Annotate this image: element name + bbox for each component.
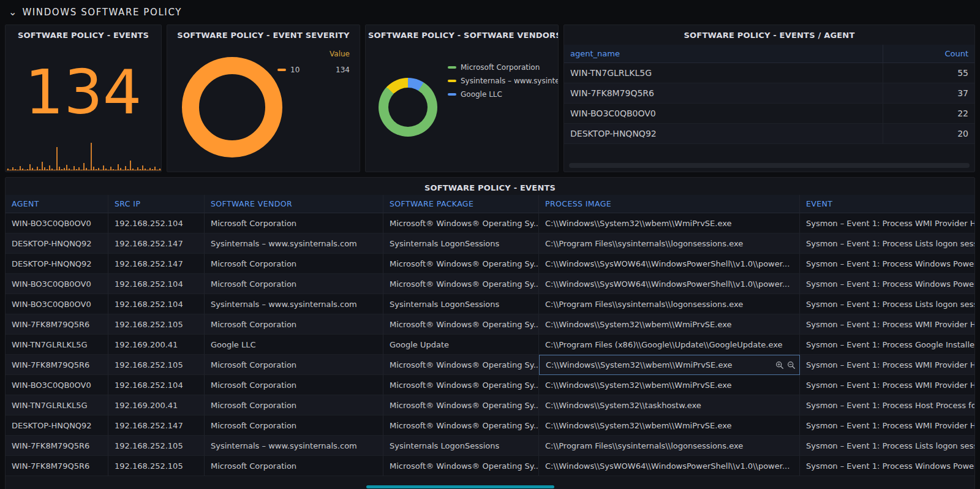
table-cell: WIN-7FK8M79Q5R6 <box>6 314 108 335</box>
table-cell: Microsoft® Windows® Operating Sy... <box>383 375 539 395</box>
column-header[interactable]: PROCESS IMAGE <box>539 195 800 213</box>
table-cell: Sysmon – Event 1: Process Windows PowerS <box>800 274 974 294</box>
table-cell: C:\\Program Files\\sysinternals\\logonse… <box>539 294 800 314</box>
table-cell: Microsoft Corporation <box>205 355 383 375</box>
column-header[interactable]: SRC IP <box>108 195 205 213</box>
table-cell: 192.168.252.105 <box>108 436 205 456</box>
table-cell: C:\\Windows\\SysWOW64\\WindowsPowerShell… <box>539 274 800 294</box>
panel-title[interactable]: SOFTWARE POLICY - EVENTS <box>6 178 974 195</box>
agent-table-header: agent_name Count <box>564 45 974 63</box>
magnifier-minus-icon[interactable] <box>787 361 796 370</box>
dashboard-header: ⌄ WINDOWS SOFTWARE POLICY <box>0 0 980 25</box>
table-cell: DESKTOP-HNQNQ92 <box>6 415 108 436</box>
magnifier-plus-icon[interactable] <box>775 361 784 370</box>
legend-header[interactable]: Value <box>277 50 350 63</box>
stat-value: 134 <box>6 62 161 123</box>
panel-events-per-agent: SOFTWARE POLICY - EVENTS / AGENT agent_n… <box>564 25 975 172</box>
table-cell: Sysmon – Event 1: Process Lists logon se… <box>800 233 974 254</box>
table-cell: Sysmon – Event 1: Process WMI Provider H… <box>800 213 974 233</box>
column-header[interactable]: SOFTWARE VENDOR <box>205 195 383 213</box>
table-cell: Microsoft® Windows® Operating Sy... <box>383 456 539 476</box>
table-cell: Microsoft Corporation <box>205 274 383 294</box>
table-cell: C:\\Program Files\\sysinternals\\logonse… <box>539 436 800 456</box>
legend-value: 134 <box>336 66 350 74</box>
table-cell: 192.168.252.104 <box>108 213 205 233</box>
table-cell: 192.168.252.104 <box>108 294 205 314</box>
table-cell: Microsoft® Windows® Operating Sy... <box>383 314 539 335</box>
table-row[interactable]: WIN-BO3C0QB0OV022 <box>564 104 974 124</box>
legend-swatch <box>448 66 456 69</box>
legend-label: 10 <box>290 66 300 74</box>
dashboard-row-toggle[interactable]: ⌄ WINDOWS SOFTWARE POLICY <box>9 7 182 18</box>
column-header-agent-name[interactable]: agent_name <box>564 45 883 63</box>
panel-software-vendors: SOFTWARE POLICY - SOFTWARE VENDORS Micro… <box>365 25 559 172</box>
events-table: AGENTSRC IPSOFTWARE VENDORSOFTWARE PACKA… <box>6 195 974 476</box>
legend-item[interactable]: Google LLC <box>448 88 559 101</box>
agent-name-cell: DESKTOP-HNQNQ92 <box>564 124 883 143</box>
table-cell: Sysinternals – www.sysinternals.com <box>205 233 383 254</box>
table-cell: Google LLC <box>205 335 383 355</box>
panel-title[interactable]: SOFTWARE POLICY - EVENTS / AGENT <box>564 25 974 42</box>
table-cell: Microsoft Corporation <box>205 213 383 233</box>
table-cell: Sysinternals – www.sysinternals.com <box>205 436 383 456</box>
legend-swatch <box>277 69 286 71</box>
table-cell: C:\\Windows\\System32\\wbem\\WmiPrvSE.ex… <box>539 375 800 395</box>
table-cell: Sysinternals LogonSessions <box>383 294 539 314</box>
table-cell: Microsoft® Windows® Operating Sy... <box>383 213 539 233</box>
sparkline-chart <box>7 141 161 170</box>
column-header[interactable]: SOFTWARE PACKAGE <box>383 195 539 213</box>
table-cell: WIN-BO3C0QB0OV0 <box>6 294 108 314</box>
table-cell: Sysmon – Event 1: Process WMI Provider H… <box>800 314 974 335</box>
table-cell: Sysmon – Event 1: Process Host Process f… <box>800 395 974 415</box>
table-cell: Sysinternals LogonSessions <box>383 436 539 456</box>
severity-donut-chart <box>182 57 282 157</box>
table-cell: 192.169.200.41 <box>108 395 205 415</box>
cell-text: C:\\Windows\\System32\\wbem\\WmiPrvSE.ex… <box>546 360 772 370</box>
table-cell: Microsoft Corporation <box>205 314 383 335</box>
table-cell: C:\\Windows\\System32\\taskhostw.exe <box>539 395 800 415</box>
count-cell: 22 <box>883 104 974 123</box>
table-cell: Sysmon – Event 1: Process Windows Power.… <box>800 456 974 476</box>
table-row[interactable]: DESKTOP-HNQNQ9220 <box>564 124 974 144</box>
legend-item[interactable]: Microsoft Corporation <box>448 61 559 74</box>
agent-table-body: WIN-TN7GLRLKL5G55WIN-7FK8M79Q5R637WIN-BO… <box>564 63 974 144</box>
table-row[interactable]: WIN-7FK8M79Q5R637 <box>564 83 974 104</box>
table-cell: 192.168.252.105 <box>108 456 205 476</box>
table-cell: 192.168.252.104 <box>108 375 205 395</box>
column-header-count[interactable]: Count <box>883 45 974 63</box>
table-cell: C:\\Windows\\SysWOW64\\WindowsPowerShell… <box>539 456 800 476</box>
table-cell: Sysmon – Event 1: Process WMI Provider H… <box>800 375 974 395</box>
table-cell: Microsoft Corporation <box>205 395 383 415</box>
column-header[interactable]: EVENT <box>800 195 974 213</box>
table-cell: C:\\Windows\\SysWOW64\\WindowsPowerShell… <box>539 254 800 274</box>
count-cell: 37 <box>883 83 974 103</box>
agent-name-cell: WIN-7FK8M79Q5R6 <box>564 83 883 103</box>
table-cell: Sysmon – Event 1: Process Lists logon se… <box>800 294 974 314</box>
table-cell: C:\\Program Files\\sysinternals\\logonse… <box>539 233 800 254</box>
column-header[interactable]: AGENT <box>6 195 108 213</box>
vendors-donut-chart <box>379 78 437 137</box>
horizontal-scrollbar-thumb[interactable] <box>366 485 554 488</box>
legend-label: Microsoft Corporation <box>461 63 540 72</box>
table-cell: Microsoft® Windows® Operating Sy... <box>383 274 539 294</box>
legend-swatch <box>448 93 456 96</box>
table-cell: DESKTOP-HNQNQ92 <box>6 254 108 274</box>
panel-title[interactable]: SOFTWARE POLICY - EVENTS <box>6 25 161 42</box>
table-cell: Google Update <box>383 335 539 355</box>
donut-hole <box>388 88 428 127</box>
panel-title[interactable]: SOFTWARE POLICY - SOFTWARE VENDORS <box>366 25 558 42</box>
table-cell: Sysinternals LogonSessions <box>383 233 539 254</box>
agent-name-cell: WIN-BO3C0QB0OV0 <box>564 104 883 123</box>
panel-title[interactable]: SOFTWARE POLICY - EVENT SEVERITY <box>167 25 360 42</box>
table-cell: C:\\Windows\\System32\\wbem\\WmiPrvSE.ex… <box>539 314 800 335</box>
table-cell: Microsoft Corporation <box>205 456 383 476</box>
legend-item[interactable]: 10 134 <box>277 63 350 77</box>
agent-table-scrollbar[interactable] <box>569 163 970 168</box>
legend-item[interactable]: Sysinternals – www.sysinter <box>448 74 559 88</box>
severity-legend: Value 10 134 <box>277 50 350 77</box>
table-cell: WIN-BO3C0QB0OV0 <box>6 274 108 294</box>
table-row[interactable]: WIN-TN7GLRLKL5G55 <box>564 63 974 83</box>
table-cell: Sysmon – Event 1: Process Lists logon se… <box>800 436 974 456</box>
table-cell: 192.168.252.147 <box>108 254 205 274</box>
selected-cell: C:\\Windows\\System32\\wbem\\WmiPrvSE.ex… <box>539 355 800 375</box>
